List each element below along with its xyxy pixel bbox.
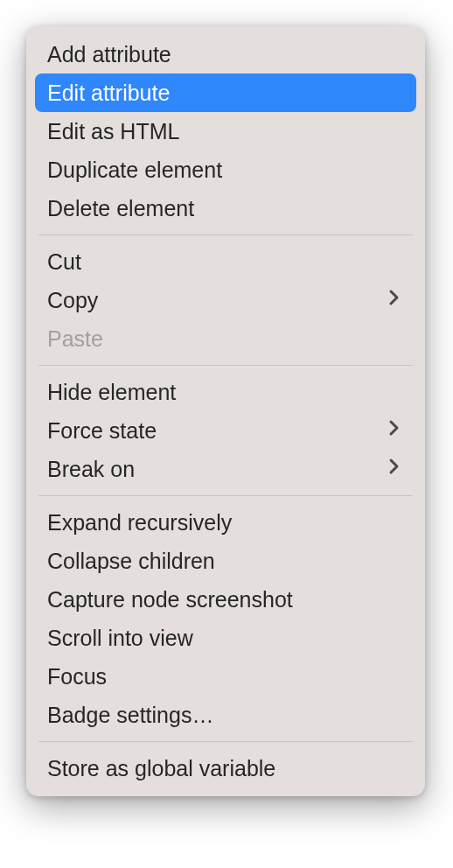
menu-item-cut[interactable]: Cut: [26, 242, 425, 281]
menu-item-break-on[interactable]: Break on: [26, 450, 425, 488]
menu-item-label: Edit as HTML: [47, 118, 179, 144]
divider: [38, 365, 413, 366]
menu-item-collapse-children[interactable]: Collapse children: [26, 542, 425, 580]
divider: [38, 495, 413, 496]
menu-item-label: Capture node screenshot: [47, 586, 293, 612]
menu-item-edit-as-html[interactable]: Edit as HTML: [26, 112, 425, 150]
divider: [38, 234, 413, 235]
menu-item-label: Focus: [47, 663, 107, 690]
menu-item-label: Copy: [47, 287, 98, 313]
menu-item-edit-attribute[interactable]: Edit attribute: [35, 74, 416, 112]
menu-item-capture-node-screenshot[interactable]: Capture node screenshot: [26, 580, 425, 619]
menu-item-label: Collapse children: [47, 548, 215, 574]
menu-item-label: Badge settings…: [47, 702, 213, 728]
menu-item-copy[interactable]: Copy: [26, 281, 425, 319]
menu-item-label: Expand recursively: [47, 509, 232, 536]
menu-item-store-as-global-variable[interactable]: Store as global variable: [26, 749, 425, 788]
menu-item-paste: Paste: [26, 319, 425, 358]
menu-item-label: Hide element: [47, 379, 176, 405]
menu-item-label: Paste: [47, 326, 103, 352]
menu-item-duplicate-element[interactable]: Duplicate element: [26, 150, 425, 189]
menu-item-delete-element[interactable]: Delete element: [26, 189, 425, 228]
menu-item-label: Force state: [47, 417, 157, 444]
context-menu: Add attribute Edit attribute Edit as HTM…: [26, 26, 425, 796]
menu-item-badge-settings[interactable]: Badge settings…: [26, 696, 425, 734]
menu-item-scroll-into-view[interactable]: Scroll into view: [26, 619, 425, 657]
menu-item-force-state[interactable]: Force state: [26, 411, 425, 450]
menu-item-label: Cut: [47, 248, 81, 275]
chevron-right-icon: [388, 458, 404, 480]
menu-item-label: Add attribute: [47, 41, 171, 67]
menu-item-label: Scroll into view: [47, 625, 193, 651]
menu-item-focus[interactable]: Focus: [26, 657, 425, 696]
divider: [38, 741, 413, 742]
menu-item-label: Break on: [47, 456, 135, 482]
menu-item-label: Store as global variable: [47, 755, 275, 781]
chevron-right-icon: [388, 419, 404, 442]
chevron-right-icon: [388, 289, 404, 312]
menu-item-label: Delete element: [47, 195, 194, 221]
menu-item-hide-element[interactable]: Hide element: [26, 373, 425, 411]
menu-item-add-attribute[interactable]: Add attribute: [26, 35, 425, 74]
menu-item-label: Edit attribute: [47, 80, 170, 106]
menu-item-label: Duplicate element: [47, 157, 222, 183]
menu-item-expand-recursively[interactable]: Expand recursively: [26, 503, 425, 542]
